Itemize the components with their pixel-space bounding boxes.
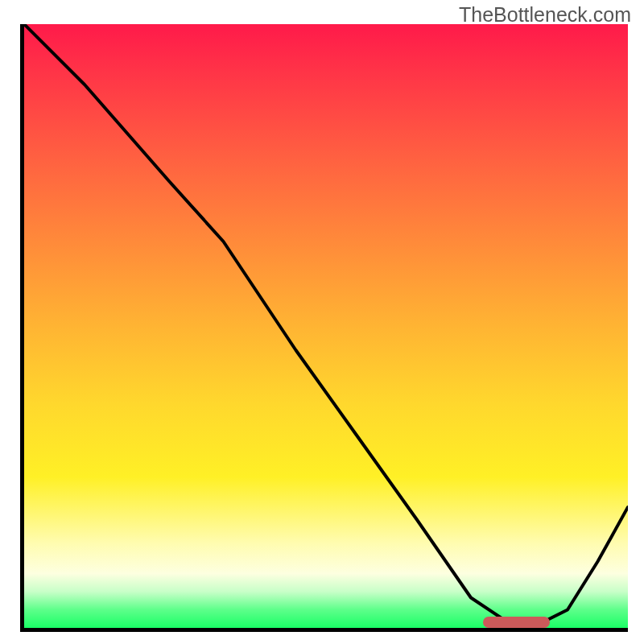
curve-svg xyxy=(24,24,628,628)
chart-container: TheBottleneck.com xyxy=(0,0,644,644)
watermark-text: TheBottleneck.com xyxy=(459,3,631,27)
plot-area xyxy=(20,24,628,632)
optimal-range-marker xyxy=(483,617,550,628)
bottleneck-curve xyxy=(24,24,628,622)
